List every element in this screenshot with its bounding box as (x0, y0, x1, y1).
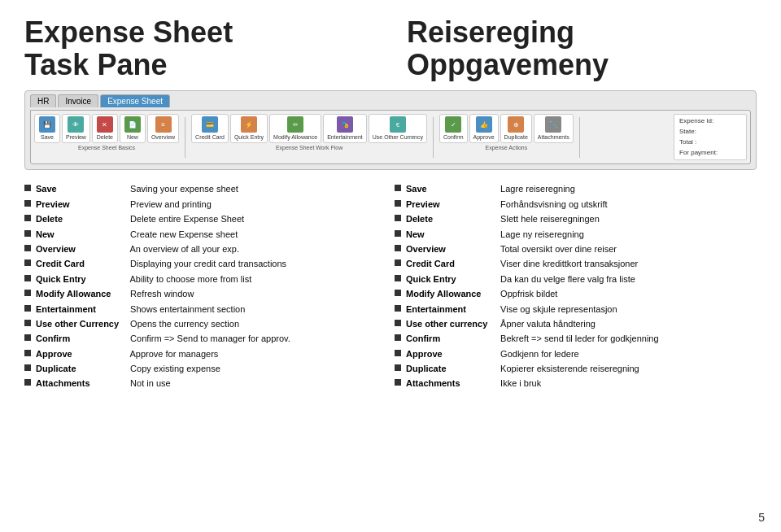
bullet-icon (395, 350, 401, 356)
delete-icon: ✕ (97, 116, 113, 133)
tab-hr[interactable]: HR (30, 94, 56, 107)
bullet-icon (24, 275, 31, 281)
right-column: Save Lagre reiseregningPreview Forhåndsv… (395, 183, 757, 392)
right-list-item: Quick Entry Da kan du velge flere valg f… (395, 273, 757, 286)
right-list-item: Duplicate Kopierer eksisterende reisereg… (395, 363, 757, 375)
entertainment-icon: 🎭 (337, 116, 353, 133)
separator-1 (185, 117, 185, 158)
approve-button[interactable]: 👍 Approve (469, 114, 499, 143)
new-button[interactable]: 📄 New (120, 114, 146, 143)
duplicate-button[interactable]: ⊕ Duplicate (500, 114, 532, 143)
state-label: State: (679, 127, 741, 137)
bullet-icon (24, 379, 31, 386)
new-icon: 📄 (124, 116, 141, 133)
left-list-item: Attachments Not in use (24, 377, 386, 390)
page-number: 5 (758, 511, 765, 524)
toolbar-group-actions: ✓ Confirm 👍 Approve ⊕ Duplicate 📎 Attach… (439, 114, 574, 150)
bullet-icon (395, 245, 401, 251)
bullet-icon (24, 350, 31, 356)
left-list-item: Confirm Confirm => Send to manager for a… (24, 333, 386, 345)
modify-allowance-button[interactable]: ✏ Modify Allowance (269, 114, 321, 143)
header-row: Expense Sheet Task Pane Reisereging Oppg… (24, 16, 757, 81)
left-list-item: New Create new Expense sheet (24, 229, 386, 241)
credit-card-icon: 💳 (202, 116, 218, 133)
left-title-line2: Task Pane (24, 48, 167, 81)
quick-entry-button[interactable]: ⚡ Quick Entry (230, 114, 268, 143)
toolbar-group-workflow: 💳 Credit Card ⚡ Quick Entry ✏ Modify All… (191, 114, 427, 150)
separator-3 (579, 117, 580, 158)
right-title-line1: Reisereging (407, 15, 574, 49)
duplicate-icon: ⊕ (508, 116, 524, 133)
toolbar-area: HR Invoice Expense Sheet 💾 Save 👁 Previe… (24, 90, 757, 170)
bullet-icon (24, 215, 31, 221)
for-payment-label: For payment: (679, 148, 741, 159)
right-list-item: Attachments Ikke i bruk (395, 377, 757, 390)
group-label-workflow: Expense Sheet Work Flow (276, 145, 343, 150)
toolbar-body: 💾 Save 👁 Preview ✕ Delete 📄 New (30, 110, 751, 164)
bullet-icon (24, 259, 31, 266)
tab-expense-sheet[interactable]: Expense Sheet (100, 94, 170, 107)
bullet-icon (24, 305, 31, 312)
right-list-item: Delete Slett hele reiseregningen (395, 213, 757, 225)
bullet-icon (24, 364, 31, 371)
left-list-item: Duplicate Copy existing expense (24, 363, 386, 375)
confirm-button[interactable]: ✓ Confirm (439, 114, 468, 143)
right-list-item: Approve Godkjenn for ledere (395, 348, 757, 360)
group-label-actions: Expense Actions (485, 145, 527, 150)
bullet-icon (395, 320, 401, 326)
overview-button[interactable]: ≡ Overview (147, 114, 179, 143)
left-title-line1: Expense Sheet (24, 15, 233, 49)
group-label-basics: Expense Sheet Basics (78, 145, 135, 150)
preview-icon: 👁 (68, 116, 84, 133)
bullet-icon (395, 275, 401, 281)
left-column: Save Saving your expense sheetPreview Pr… (24, 183, 386, 392)
header-left: Expense Sheet Task Pane (24, 16, 374, 81)
delete-button[interactable]: ✕ Delete (92, 114, 118, 143)
toolbar-buttons-workflow: 💳 Credit Card ⚡ Quick Entry ✏ Modify All… (191, 114, 427, 143)
right-list-item: Overview Total oversikt over dine reiser (395, 243, 757, 255)
bullet-icon (24, 290, 31, 296)
bullet-icon (24, 320, 31, 326)
header-right: Reisereging Oppgavemeny (374, 16, 757, 81)
right-list-item: Save Lagre reiseregning (395, 183, 757, 195)
right-list-item: Entertainment Vise og skjule representas… (395, 303, 757, 316)
left-list-item: Quick Entry Ability to choose more from … (24, 273, 386, 286)
overview-icon: ≡ (155, 116, 172, 133)
left-list-item: Save Saving your expense sheet (24, 183, 386, 195)
left-item-list: Save Saving your expense sheetPreview Pr… (24, 183, 386, 390)
bullet-icon (395, 305, 401, 312)
use-other-currency-button[interactable]: € Use Other Currency (369, 114, 427, 143)
page-container: Expense Sheet Task Pane Reisereging Oppg… (0, 0, 781, 532)
right-list-item: New Lage ny reiseregning (395, 229, 757, 241)
save-button[interactable]: 💾 Save (34, 114, 60, 143)
preview-button[interactable]: 👁 Preview (62, 114, 90, 143)
left-list-item: Modify Allowance Refresh window (24, 288, 386, 300)
left-list-item: Overview An overview of all your exp. (24, 243, 386, 255)
toolbar-buttons-basics: 💾 Save 👁 Preview ✕ Delete 📄 New (34, 114, 179, 143)
bullet-icon (395, 290, 401, 296)
toolbar-tabs: HR Invoice Expense Sheet (30, 94, 751, 107)
right-list-item: Modify Allowance Oppfrisk bildet (395, 288, 757, 300)
left-list-item: Use other Currency Opens the currency se… (24, 318, 386, 330)
expense-id-label: Expense Id: (679, 116, 741, 127)
right-list-item: Preview Forhåndsvisning og utskrift (395, 198, 757, 211)
credit-card-button[interactable]: 💳 Credit Card (191, 114, 229, 143)
right-list-item: Credit Card Viser dine kredittkort trans… (395, 258, 757, 270)
left-list-item: Entertainment Shows entertainment sectio… (24, 303, 386, 316)
total-label: Total : (679, 137, 741, 148)
bullet-icon (395, 185, 401, 191)
left-list-item: Approve Approve for managers (24, 348, 386, 360)
bullet-icon (395, 379, 401, 386)
toolbar-info-panel: Expense Id: State: Total : For payment: (674, 114, 747, 160)
toolbar-buttons-actions: ✓ Confirm 👍 Approve ⊕ Duplicate 📎 Attach… (439, 114, 574, 143)
left-list-item: Credit Card Displaying your credit card … (24, 258, 386, 270)
attachments-button[interactable]: 📎 Attachments (534, 114, 574, 143)
quick-entry-icon: ⚡ (241, 116, 257, 133)
right-list-item: Use other currency Åpner valuta håndteri… (395, 318, 757, 330)
entertainment-button[interactable]: 🎭 Entertainment (323, 114, 367, 143)
confirm-icon: ✓ (445, 116, 461, 133)
bullet-icon (395, 259, 401, 266)
tab-invoice[interactable]: Invoice (58, 94, 98, 107)
bullet-icon (24, 185, 31, 191)
bullet-icon (24, 245, 31, 251)
